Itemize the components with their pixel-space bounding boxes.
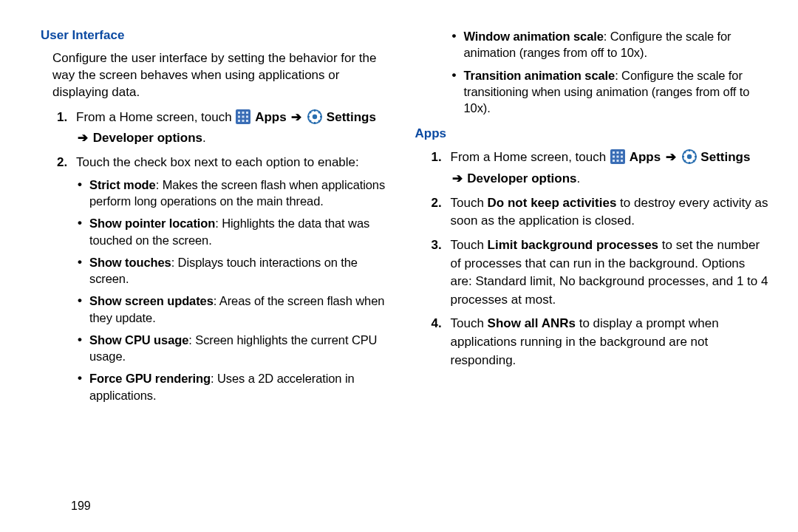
bullet-transition-animation-scale: Transition animation scale: Configure th… xyxy=(451,67,769,117)
bullet-bold: Window animation scale xyxy=(464,30,604,43)
apps-label: Apps xyxy=(630,150,661,164)
step-2: 2. Touch Do not keep activities to destr… xyxy=(432,194,769,231)
step-text-a: Touch xyxy=(451,316,488,330)
step-1: 1. From a Home screen, touch Apps ➔ Sett… xyxy=(57,109,395,148)
bullet-show-pointer-location: Show pointer location: Highlights the da… xyxy=(76,215,395,248)
bullet-show-screen-updates: Show screen updates: Areas of the screen… xyxy=(76,293,395,326)
settings-icon xyxy=(682,149,697,170)
intro-text: Configure the user interface by setting … xyxy=(41,50,395,101)
step-text: Touch the check box next to each option … xyxy=(76,155,359,169)
step-1: 1. From a Home screen, touch Apps ➔ Sett… xyxy=(432,149,769,188)
settings-icon xyxy=(307,109,322,130)
step-2: 2. Touch the check box next to each opti… xyxy=(57,154,395,403)
bullet-force-gpu-rendering: Force GPU rendering: Uses a 2D accelerat… xyxy=(76,370,395,403)
period: . xyxy=(202,131,206,145)
bullet-show-cpu-usage: Show CPU usage: Screen highlights the cu… xyxy=(76,332,395,365)
bullet-show-touches: Show touches: Displays touch interaction… xyxy=(76,254,395,287)
options-bullet-list: Strict mode: Makes the screen flash when… xyxy=(76,177,395,403)
settings-label: Settings xyxy=(327,110,376,124)
bullet-bold: Show touches xyxy=(89,256,171,269)
bullet-bold: Force GPU rendering xyxy=(89,372,211,385)
step-number: 1. xyxy=(432,149,442,167)
arrow-icon: ➔ xyxy=(290,110,303,124)
settings-label: Settings xyxy=(700,150,750,164)
apps-label: Apps xyxy=(255,110,287,124)
step-number: 1. xyxy=(57,109,67,127)
step-number: 3. xyxy=(432,236,442,255)
arrow-icon: ➔ xyxy=(451,171,464,185)
arrow-icon: ➔ xyxy=(76,131,89,145)
step-bold: Do not keep activities xyxy=(488,196,617,210)
steps-list: 1. From a Home screen, touch Apps ➔ Sett… xyxy=(41,109,395,403)
left-column: User Interface Configure the user interf… xyxy=(41,28,395,517)
bullet-bold: Strict mode xyxy=(89,178,156,191)
step-4: 4. Touch Show all ANRs to display a prom… xyxy=(432,315,769,369)
arrow-icon: ➔ xyxy=(664,150,678,164)
developer-options-label: Developer options xyxy=(467,171,576,185)
developer-options-label: Developer options xyxy=(93,131,202,145)
right-column: Window animation scale: Configure the sc… xyxy=(415,28,769,517)
period: . xyxy=(577,171,581,185)
bullet-bold: Transition animation scale xyxy=(464,69,615,82)
step-number: 4. xyxy=(432,315,442,333)
step-text: From a Home screen, touch xyxy=(451,150,610,164)
apps-icon xyxy=(236,109,250,130)
step-3: 3. Touch Limit background processes to s… xyxy=(432,236,769,310)
steps-list-apps: 1. From a Home screen, touch Apps ➔ Sett… xyxy=(415,149,769,369)
section-title-user-interface: User Interface xyxy=(41,28,395,43)
bullet-bold: Show CPU usage xyxy=(89,333,188,347)
step-text: From a Home screen, touch xyxy=(76,110,235,124)
apps-icon xyxy=(610,149,625,170)
bullet-bold: Show screen updates xyxy=(89,294,214,307)
step-bold: Limit background processes xyxy=(488,238,658,252)
step-text-a: Touch xyxy=(451,196,488,210)
manual-page: User Interface Configure the user interf… xyxy=(0,0,798,532)
step-number: 2. xyxy=(57,154,67,172)
step-number: 2. xyxy=(432,194,442,213)
page-number: 199 xyxy=(71,499,91,513)
bullet-strict-mode: Strict mode: Makes the screen flash when… xyxy=(76,177,395,210)
bullet-window-animation-scale: Window animation scale: Configure the sc… xyxy=(451,28,769,61)
step-text-a: Touch xyxy=(451,238,488,252)
step-bold: Show all ANRs xyxy=(488,316,576,330)
bullet-bold: Show pointer location xyxy=(89,216,215,230)
continued-bullet-list: Window animation scale: Configure the sc… xyxy=(415,28,769,116)
section-title-apps: Apps xyxy=(415,126,769,141)
